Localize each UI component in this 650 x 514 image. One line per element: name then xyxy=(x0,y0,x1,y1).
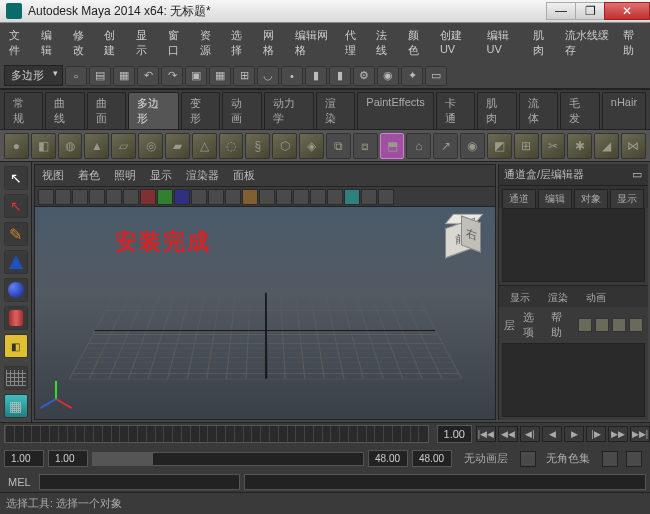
vp-textured-icon[interactable] xyxy=(293,189,309,205)
menu-13[interactable]: 创建 UV xyxy=(435,26,478,60)
four-view-icon[interactable]: ▦ xyxy=(4,394,28,418)
status-sel-obj-icon[interactable]: ▣ xyxy=(185,66,207,86)
vp-xray-joints-icon[interactable] xyxy=(378,189,394,205)
single-view-icon[interactable] xyxy=(4,366,28,390)
shelf-bevel-icon[interactable]: ◩ xyxy=(487,133,512,159)
layer-tab-0[interactable]: 显示 xyxy=(502,289,538,307)
shelf-tab-3[interactable]: 多边形 xyxy=(128,92,178,129)
vp-safe-action-icon[interactable] xyxy=(225,189,241,205)
layer-tab-1[interactable]: 渲染 xyxy=(540,289,576,307)
autokey-icon[interactable] xyxy=(602,451,618,467)
vp-grid-icon[interactable] xyxy=(140,189,156,205)
close-button[interactable]: ✕ xyxy=(604,2,650,20)
shelf-merge-icon[interactable]: ⋈ xyxy=(621,133,646,159)
shelf-tab-9[interactable]: 卡通 xyxy=(436,92,475,129)
menu-1[interactable]: 编辑 xyxy=(36,26,64,60)
range-slider[interactable] xyxy=(92,452,364,466)
playback-btn-7[interactable]: ▶▶| xyxy=(630,426,650,442)
anim-layer-dropdown[interactable]: 无动画层 xyxy=(460,449,512,468)
command-input[interactable] xyxy=(39,474,241,490)
channel-tab-1[interactable]: 编辑 xyxy=(538,189,572,208)
menu-5[interactable]: 窗口 xyxy=(163,26,191,60)
range-end-outer[interactable]: 48.00 xyxy=(412,450,452,467)
vp-field-chart-icon[interactable] xyxy=(208,189,224,205)
shelf-combine-icon[interactable]: ⧉ xyxy=(326,133,351,159)
vp-xray-icon[interactable] xyxy=(361,189,377,205)
menu-9[interactable]: 编辑网格 xyxy=(290,26,336,60)
layer-new-icon[interactable] xyxy=(578,318,592,332)
status-open-icon[interactable]: ▤ xyxy=(89,66,111,86)
menu-2[interactable]: 修改 xyxy=(68,26,96,60)
viewcube[interactable]: 前 右 xyxy=(439,215,483,259)
charset-dropdown[interactable]: 无角色集 xyxy=(542,449,594,468)
shelf-torus-icon[interactable]: ◎ xyxy=(138,133,163,159)
shelf-pipe-icon[interactable]: ◌ xyxy=(219,133,244,159)
status-undo-icon[interactable]: ↶ xyxy=(137,66,159,86)
vp-menu-0[interactable]: 视图 xyxy=(39,167,67,184)
menuset-dropdown[interactable]: 多边形 xyxy=(4,65,63,86)
layer-add-icon[interactable] xyxy=(595,318,609,332)
shelf-cylinder-icon[interactable]: ◍ xyxy=(58,133,83,159)
vp-2d-pan-icon[interactable] xyxy=(106,189,122,205)
vp-shadows-icon[interactable] xyxy=(327,189,343,205)
status-snap-curve-icon[interactable]: ◡ xyxy=(257,66,279,86)
shelf-tab-1[interactable]: 曲线 xyxy=(45,92,84,129)
vp-safe-title-icon[interactable] xyxy=(242,189,258,205)
titlebar[interactable]: Autodesk Maya 2014 x64: 无标题* — ❐ ✕ xyxy=(0,0,650,23)
vp-isolate-icon[interactable] xyxy=(344,189,360,205)
layer-menu-options[interactable]: 选项 xyxy=(523,310,543,340)
shelf-tab-4[interactable]: 变形 xyxy=(181,92,220,129)
status-redo-icon[interactable]: ↷ xyxy=(161,66,183,86)
layer-menu-help[interactable]: 帮助 xyxy=(551,310,571,340)
layer-tab-2[interactable]: 动画 xyxy=(578,289,614,307)
shelf-tab-11[interactable]: 流体 xyxy=(519,92,558,129)
current-frame-field[interactable]: 1.00 xyxy=(437,425,472,443)
shelf-platonic-icon[interactable]: ◈ xyxy=(299,133,324,159)
vp-image-plane-icon[interactable] xyxy=(89,189,105,205)
vp-bookmark-icon[interactable] xyxy=(72,189,88,205)
vp-smooth-shade-icon[interactable] xyxy=(276,189,292,205)
shelf-smooth-icon[interactable]: ◉ xyxy=(460,133,485,159)
menu-16[interactable]: 流水线缓存 xyxy=(560,26,614,60)
shelf-extrude-icon[interactable]: ⬒ xyxy=(380,133,405,159)
vp-wireframe-icon[interactable] xyxy=(259,189,275,205)
viewport[interactable]: 安装完成 前 右 xyxy=(35,207,495,419)
shelf-poke-icon[interactable]: ✱ xyxy=(567,133,592,159)
menu-0[interactable]: 文件 xyxy=(4,26,32,60)
layer-menu-layers[interactable]: 层 xyxy=(504,318,515,333)
shelf-soccer-icon[interactable]: ⬡ xyxy=(272,133,297,159)
vp-gate-mask-icon[interactable] xyxy=(191,189,207,205)
playback-btn-6[interactable]: ▶▶ xyxy=(608,426,628,442)
rotate-tool-icon[interactable] xyxy=(4,278,28,302)
menu-6[interactable]: 资源 xyxy=(195,26,223,60)
channel-tab-3[interactable]: 显示 xyxy=(610,189,644,208)
channel-tab-0[interactable]: 通道 xyxy=(502,189,536,208)
playback-btn-2[interactable]: ◀| xyxy=(520,426,540,442)
shelf-cube-icon[interactable]: ◧ xyxy=(31,133,56,159)
vp-film-gate-icon[interactable] xyxy=(157,189,173,205)
channel-tab-2[interactable]: 对象 xyxy=(574,189,608,208)
status-light-icon[interactable]: ✦ xyxy=(401,66,423,86)
vp-lights-icon[interactable] xyxy=(310,189,326,205)
shelf-tab-6[interactable]: 动力学 xyxy=(264,92,314,129)
time-slider[interactable] xyxy=(4,425,429,443)
shelf-tab-5[interactable]: 动画 xyxy=(222,92,261,129)
status-render-icon[interactable]: ▮ xyxy=(305,66,327,86)
move-tool-icon[interactable] xyxy=(4,250,28,274)
playback-btn-4[interactable]: ▶ xyxy=(564,426,584,442)
menu-7[interactable]: 选择 xyxy=(226,26,254,60)
prefs-icon[interactable] xyxy=(626,451,642,467)
shelf-tab-7[interactable]: 渲染 xyxy=(316,92,355,129)
vp-select-cam-icon[interactable] xyxy=(38,189,54,205)
shelf-sphere-icon[interactable]: ● xyxy=(4,133,29,159)
paint-select-tool-icon[interactable]: ✎ xyxy=(4,222,28,246)
shelf-plane-icon[interactable]: ▱ xyxy=(111,133,136,159)
shelf-wedge-icon[interactable]: ◢ xyxy=(594,133,619,159)
vp-lock-cam-icon[interactable] xyxy=(55,189,71,205)
shelf-extract-icon[interactable]: ⧈ xyxy=(353,133,378,159)
status-new-icon[interactable]: ▫ xyxy=(65,66,87,86)
vp-menu-4[interactable]: 渲染器 xyxy=(183,167,222,184)
vp-menu-5[interactable]: 面板 xyxy=(230,167,258,184)
range-start-outer[interactable]: 1.00 xyxy=(4,450,44,467)
lasso-tool-icon[interactable]: ↖ xyxy=(4,194,28,218)
